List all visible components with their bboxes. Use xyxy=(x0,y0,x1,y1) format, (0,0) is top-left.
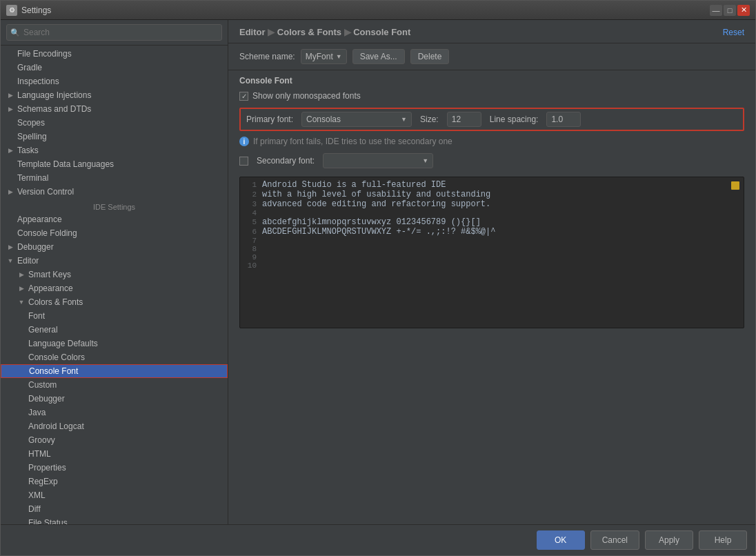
search-wrapper: 🔍 xyxy=(6,24,222,41)
html-label: HTML xyxy=(28,449,51,459)
sidebar-item-spelling[interactable]: Spelling xyxy=(1,130,228,143)
title-bar: ⚙ Settings — □ ✕ xyxy=(1,1,755,20)
appearance-editor-expand-icon: ▶ xyxy=(17,284,26,292)
sidebar-item-tasks[interactable]: ▶ Tasks xyxy=(1,143,228,157)
sidebar-item-inspections[interactable]: Inspections xyxy=(1,75,228,88)
sidebar-item-general[interactable]: General xyxy=(1,323,228,337)
sidebar-item-gradle[interactable]: Gradle xyxy=(1,61,228,75)
sidebar-item-html[interactable]: HTML xyxy=(1,447,228,461)
window-controls: — □ ✕ xyxy=(710,5,750,16)
preview-line-3: 3 advanced code editing and refactoring … xyxy=(243,199,741,209)
editor-label: Editor xyxy=(17,256,39,266)
sidebar-item-language-defaults[interactable]: Language Defaults xyxy=(1,337,228,350)
scopes-label: Scopes xyxy=(17,118,45,128)
search-input[interactable] xyxy=(6,24,222,41)
reset-link[interactable]: Reset xyxy=(723,28,744,37)
window-title: Settings xyxy=(21,6,51,15)
secondary-font-label: Secondary font: xyxy=(257,156,315,166)
file-status-label: File Status xyxy=(28,518,68,524)
sidebar-item-groovy[interactable]: Groovy xyxy=(1,433,228,447)
font-label: Font xyxy=(28,311,45,321)
sidebar-item-font[interactable]: Font xyxy=(1,309,228,323)
sidebar-item-scopes[interactable]: Scopes xyxy=(1,116,228,130)
secondary-font-checkbox[interactable] xyxy=(239,157,248,166)
sidebar-item-appearance-editor[interactable]: ▶ Appearance xyxy=(1,281,228,295)
settings-window: ⚙ Settings — □ ✕ 🔍 File Encodings xyxy=(0,0,756,556)
sidebar-item-template-data-languages[interactable]: Template Data Languages xyxy=(1,157,228,171)
sidebar-item-debugger[interactable]: ▶ Debugger xyxy=(1,240,228,254)
preview-line-6: 6 ABCDEFGHIJKLMNOPQRSTUVWXYZ +-*/= .,;:!… xyxy=(243,227,741,237)
sidebar-item-appearance-ide[interactable]: Appearance xyxy=(1,212,228,226)
bottom-bar: OK Cancel Apply Help xyxy=(1,524,755,555)
language-injections-expand-icon: ▶ xyxy=(6,91,14,99)
sidebar-item-java[interactable]: Java xyxy=(1,406,228,419)
sidebar-item-debugger-cf[interactable]: Debugger xyxy=(1,392,228,406)
sidebar-item-colors-fonts[interactable]: ▼ Colors & Fonts xyxy=(1,295,228,309)
sidebar-item-version-control[interactable]: ▶ Version Control xyxy=(1,185,228,199)
diff-label: Diff xyxy=(28,504,41,514)
primary-font-label: Primary font: xyxy=(246,115,293,124)
appearance-editor-label: Appearance xyxy=(28,284,73,293)
close-button[interactable]: ✕ xyxy=(737,5,750,16)
save-as-button[interactable]: Save As... xyxy=(352,49,405,64)
sidebar-item-file-status[interactable]: File Status xyxy=(1,516,228,524)
breadcrumb-sep2: ▶ xyxy=(344,27,354,37)
breadcrumb-part3: Console Font xyxy=(353,27,410,37)
line-spacing-input[interactable] xyxy=(546,112,581,127)
template-data-languages-label: Template Data Languages xyxy=(17,159,114,169)
maximize-button[interactable]: □ xyxy=(724,5,736,16)
preview-line-7: 7 xyxy=(243,237,741,245)
cancel-button[interactable]: Cancel xyxy=(590,530,639,550)
sidebar-item-console-colors[interactable]: Console Colors xyxy=(1,350,228,364)
general-label: General xyxy=(28,325,58,335)
sidebar-item-properties[interactable]: Properties xyxy=(1,461,228,475)
sidebar-item-schemas-dtds[interactable]: ▶ Schemas and DTDs xyxy=(1,102,228,116)
size-input[interactable] xyxy=(447,112,481,127)
sidebar-item-regexp[interactable]: RegExp xyxy=(1,475,228,488)
apply-button[interactable]: Apply xyxy=(645,530,693,550)
language-injections-label: Language Injections xyxy=(17,90,91,100)
scheme-dropdown[interactable]: MyFont ▼ xyxy=(301,49,347,64)
secondary-font-dropdown[interactable]: ▼ xyxy=(323,153,433,168)
editor-expand-icon: ▼ xyxy=(6,257,14,265)
help-button[interactable]: Help xyxy=(699,530,747,550)
scheme-row: Scheme name: MyFont ▼ Save As... Delete xyxy=(228,43,755,70)
scheme-name-label: Scheme name: xyxy=(239,52,295,61)
sidebar-item-console-folding[interactable]: Console Folding xyxy=(1,226,228,240)
sidebar-item-diff[interactable]: Diff xyxy=(1,502,228,516)
debugger-cf-label: Debugger xyxy=(28,394,65,404)
sidebar-item-editor[interactable]: ▼ Editor xyxy=(1,254,228,268)
ok-button[interactable]: OK xyxy=(537,530,585,550)
preview-line-2: 2 with a high level of usability and out… xyxy=(243,190,741,199)
appearance-ide-label: Appearance xyxy=(17,215,62,224)
sidebar-item-file-encodings[interactable]: File Encodings xyxy=(1,47,228,61)
sidebar-item-language-injections[interactable]: ▶ Language Injections xyxy=(1,88,228,102)
sidebar-item-smart-keys[interactable]: ▶ Smart Keys xyxy=(1,268,228,281)
delete-button[interactable]: Delete xyxy=(410,49,450,64)
line-num-7: 7 xyxy=(243,237,262,245)
smart-keys-expand-icon: ▶ xyxy=(17,270,26,279)
preview-line-5: 5 abcdefghijklmnopqrstuvwxyz 0123456789 … xyxy=(243,217,741,227)
file-encodings-label: File Encodings xyxy=(17,49,72,59)
regexp-label: RegExp xyxy=(28,477,58,486)
colors-fonts-label: Colors & Fonts xyxy=(28,297,83,307)
preview-corner-indicator xyxy=(731,181,739,190)
console-colors-label: Console Colors xyxy=(28,353,85,362)
sidebar-item-xml[interactable]: XML xyxy=(1,488,228,502)
minimize-button[interactable]: — xyxy=(710,5,722,16)
breadcrumb-part1: Editor xyxy=(239,27,266,37)
colors-fonts-expand-icon: ▼ xyxy=(17,298,26,306)
preview-line-10: 10 xyxy=(243,261,741,270)
line-num-3: 3 xyxy=(243,200,262,208)
tasks-label: Tasks xyxy=(17,146,39,155)
search-icon: 🔍 xyxy=(10,28,20,37)
preview-line-8: 8 xyxy=(243,245,741,253)
sidebar-item-console-font[interactable]: Console Font xyxy=(1,364,228,378)
sidebar-item-android-logcat[interactable]: Android Logcat xyxy=(1,419,228,433)
primary-font-dropdown[interactable]: Consolas ▼ xyxy=(301,112,412,127)
sidebar-item-custom[interactable]: Custom xyxy=(1,378,228,392)
panel-header: Editor ▶ Colors & Fonts ▶ Console Font R… xyxy=(228,20,755,43)
show-monospaced-checkbox[interactable] xyxy=(239,92,248,101)
sidebar-item-terminal[interactable]: Terminal xyxy=(1,171,228,185)
line-text-6: ABCDEFGHIJKLMNOPQRSTUVWXYZ +-*/= .,;:!? … xyxy=(262,227,495,237)
